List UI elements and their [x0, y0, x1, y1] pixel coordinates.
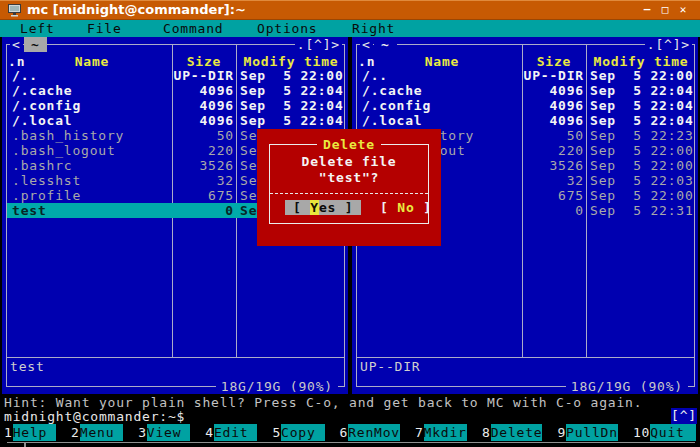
fkey-number: 5 [270, 424, 281, 441]
file-mtime: Sep 5 22:04 [590, 113, 694, 128]
fkey-copy[interactable]: 5Copy [270, 424, 337, 441]
fkey-label: PullDn [566, 424, 618, 441]
menu-item-command[interactable]: Command [163, 20, 223, 37]
file-mtime: Sep 5 22:00 [240, 68, 344, 83]
history-back-control[interactable]: < [10, 37, 23, 52]
sort-indicator[interactable]: .n [358, 54, 375, 69]
titlebar: mc [midnight@commander]:~ – □ ✕ [0, 0, 700, 20]
fkey-number: 10 [631, 424, 650, 441]
file-row[interactable]: /..UP--DIRSep 5 22:00 [7, 68, 344, 83]
column-header-name[interactable]: Name [382, 54, 502, 69]
free-space: 18G/19G (90%) [566, 379, 688, 394]
menu-item-right[interactable]: Right [352, 20, 395, 37]
file-name: /.local [362, 113, 422, 128]
menu-item-file[interactable]: File [87, 20, 122, 37]
dialog-message-line2: "test"? [257, 170, 441, 185]
fkey-mkdir[interactable]: 7Mkdir [413, 424, 480, 441]
dialog-divider [270, 193, 428, 194]
panel-top-controls[interactable]: .[^]> [295, 37, 342, 52]
file-size: 50 [167, 128, 234, 143]
function-key-bar: 1Help2Menu3View4Edit5Copy6RenMov7Mkdir8D… [2, 424, 698, 441]
fkey-menu[interactable]: 2Menu [69, 424, 136, 441]
history-back-control[interactable]: < [360, 37, 373, 52]
panel-border [694, 44, 695, 387]
file-row[interactable]: /..UP--DIRSep 5 22:00 [357, 68, 694, 83]
fkey-gap [618, 424, 631, 441]
fkey-number: 2 [69, 424, 80, 441]
file-name: .bash_logout [12, 143, 116, 158]
file-size: 4096 [167, 98, 234, 113]
close-button[interactable]: ✕ [676, 3, 690, 16]
file-size: 220 [517, 143, 584, 158]
fkey-gap [696, 424, 698, 441]
fkey-view[interactable]: 3View [136, 424, 203, 441]
fkey-quit[interactable]: 10Quit [631, 424, 698, 441]
column-header-size[interactable]: Size [522, 54, 586, 69]
file-mtime: Sep 5 22:00 [590, 158, 694, 173]
file-name: .profile [12, 188, 81, 203]
fkey-number: 3 [136, 424, 147, 441]
fkey-label: View [147, 424, 190, 441]
file-row[interactable]: /.local4096Sep 5 22:04 [7, 113, 344, 128]
panel-top-controls[interactable]: .[^]> [645, 37, 692, 52]
file-size: 32 [167, 173, 234, 188]
fkey-help[interactable]: 1Help [2, 424, 69, 441]
panel-path[interactable]: ~ [374, 37, 397, 52]
window-bottom-edge [7, 442, 695, 443]
menu-item-left[interactable]: Left [20, 20, 55, 37]
file-row[interactable]: /.cache4096Sep 5 22:04 [357, 83, 694, 98]
panel-toggle-indicator[interactable]: [^] [671, 408, 697, 424]
file-size: 4096 [517, 113, 584, 128]
panel-path[interactable]: ~ [24, 37, 47, 52]
file-mtime: Sep 5 22:04 [240, 113, 344, 128]
panel-border [356, 357, 695, 358]
file-row[interactable]: /.config4096Sep 5 22:04 [7, 98, 344, 113]
file-mtime: Sep 5 22:04 [590, 98, 694, 113]
file-size: 50 [517, 128, 584, 143]
fkey-renmov[interactable]: 6RenMov [338, 424, 413, 441]
delete-dialog: Delete Delete file "test"? [ Yes ] [ No … [257, 129, 441, 246]
file-row[interactable]: /.local4096Sep 5 22:04 [357, 113, 694, 128]
fkey-label: Menu [80, 424, 123, 441]
fkey-number: 1 [2, 424, 13, 441]
file-size: UP--DIR [167, 68, 234, 83]
file-size: 4096 [167, 83, 234, 98]
shell-prompt[interactable]: midnight@commander:~$ [4, 409, 185, 424]
fkey-edit[interactable]: 4Edit [203, 424, 270, 441]
file-size: 4096 [517, 83, 584, 98]
column-header-mtime[interactable]: Modify time [588, 54, 694, 69]
column-header-size[interactable]: Size [172, 54, 236, 69]
fkey-label: RenMov [348, 424, 400, 441]
file-size: 220 [167, 143, 234, 158]
column-header-mtime[interactable]: Modify time [238, 54, 344, 69]
fkey-number: 7 [413, 424, 424, 441]
file-size: 4096 [517, 98, 584, 113]
fkey-gap [542, 424, 555, 441]
file-mtime: Sep 5 22:00 [590, 143, 694, 158]
file-row[interactable]: /.config4096Sep 5 22:04 [357, 98, 694, 113]
minimize-button[interactable]: – [640, 3, 654, 16]
fkey-label: Help [13, 424, 56, 441]
file-mtime: Sep 5 22:03 [590, 173, 694, 188]
hint-line: Hint: Want your plain shell? Press C-o, … [4, 395, 642, 410]
fkey-delete[interactable]: 8Delete [480, 424, 555, 441]
file-size: UP--DIR [517, 68, 584, 83]
maximize-button[interactable]: □ [658, 3, 672, 16]
column-header-name[interactable]: Name [32, 54, 152, 69]
window-title: mc [midnight@commander]:~ [27, 2, 246, 17]
file-row[interactable]: /.cache4096Sep 5 22:04 [7, 83, 344, 98]
fkey-pulldn[interactable]: 9PullDn [555, 424, 630, 441]
no-button[interactable]: [ No ] [380, 200, 432, 215]
file-size: 3526 [167, 158, 234, 173]
fkey-number: 6 [338, 424, 349, 441]
yes-button[interactable]: [ Yes ] [285, 200, 361, 215]
menu-item-options[interactable]: Options [257, 20, 317, 37]
file-mtime: Sep 5 22:04 [240, 98, 344, 113]
fkey-gap [123, 424, 136, 441]
sort-indicator[interactable]: .n [8, 54, 25, 69]
file-size: 675 [517, 188, 584, 203]
fkey-gap [467, 424, 480, 441]
menubar: LeftFileCommandOptionsRight [0, 20, 700, 37]
yes-hotkey-cursor: Y [310, 200, 319, 215]
file-mtime: Sep 5 22:23 [590, 128, 694, 143]
